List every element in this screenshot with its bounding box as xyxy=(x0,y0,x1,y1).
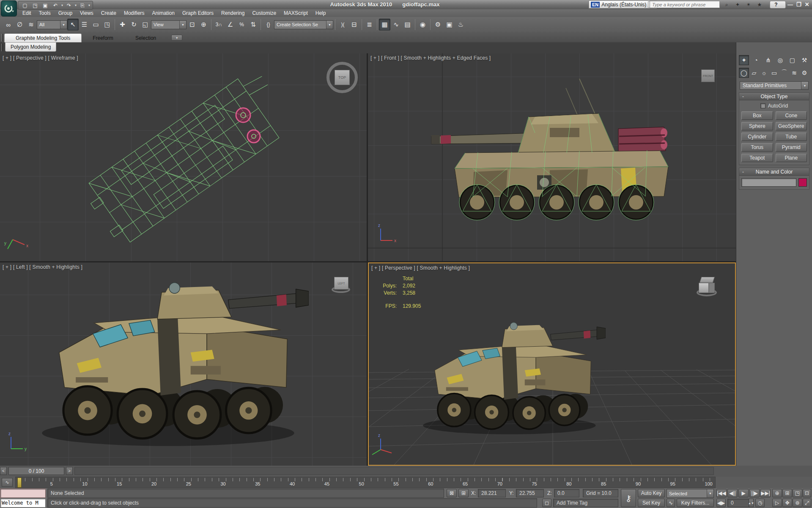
menu-item[interactable]: Views xyxy=(76,10,97,17)
object-type-rollout-header[interactable]: -Object Type xyxy=(739,93,809,100)
object-type-button[interactable]: Plane xyxy=(776,154,807,162)
name-and-color-rollout-header[interactable]: -Name and Color xyxy=(739,168,809,176)
render-setup-icon[interactable]: ⚙ xyxy=(432,19,444,30)
menu-item[interactable]: Group xyxy=(55,10,76,17)
search-icon[interactable]: ⌕ xyxy=(722,1,731,8)
orbit-icon[interactable]: ⊚ xyxy=(793,499,802,507)
infocenter-search-box[interactable] xyxy=(650,1,720,8)
previous-frame-icon[interactable]: ◀|| xyxy=(727,489,738,497)
add-time-tag-field[interactable]: Add Time Tag xyxy=(553,499,618,507)
panel-tab-polygon-modeling[interactable]: Polygon Modeling xyxy=(5,42,56,52)
menu-item[interactable]: Customize xyxy=(248,10,280,17)
default-tangent-icon[interactable]: ∿ xyxy=(667,499,675,507)
select-and-rotate-icon[interactable]: ↻ xyxy=(128,19,140,30)
viewcube-front[interactable]: FRONT xyxy=(699,68,717,86)
ribbon-minimize-button[interactable]: ▼ xyxy=(171,35,182,41)
select-object-icon[interactable]: ↖ xyxy=(67,19,79,30)
object-type-button[interactable]: Tube xyxy=(776,133,807,141)
go-to-start-icon[interactable]: |◀◀ xyxy=(716,489,727,497)
layer-manager-icon[interactable]: ≣ xyxy=(364,19,375,30)
toolbar-grip[interactable] xyxy=(1,34,3,41)
object-name-field[interactable] xyxy=(741,178,796,187)
hierarchy-panel-icon[interactable]: ⋔ xyxy=(763,55,773,65)
menu-item[interactable]: Rendering xyxy=(217,10,248,17)
object-type-button[interactable]: Cone xyxy=(776,111,807,120)
object-type-button[interactable]: Torus xyxy=(741,143,773,152)
field-of-view-icon[interactable]: ▷ xyxy=(772,499,782,507)
subscription-center-icon[interactable]: ✦ xyxy=(733,1,742,8)
frame-range-display[interactable]: 0 / 100 xyxy=(8,467,64,475)
shapes-category-icon[interactable]: ▱ xyxy=(749,68,759,78)
ribbon-grip[interactable] xyxy=(1,44,3,51)
new-file-icon[interactable]: ▢ xyxy=(20,2,30,9)
selection-lock-icon[interactable]: ⊠ xyxy=(447,489,457,497)
time-slider-ruler[interactable]: 0510152025303540455055606570758085909510… xyxy=(15,477,716,488)
language-badge[interactable]: EN xyxy=(591,2,600,8)
object-type-button[interactable]: Cylinder xyxy=(741,133,773,141)
geometry-category-icon[interactable]: ◯ xyxy=(739,68,749,78)
play-icon[interactable]: ▶ xyxy=(738,489,749,497)
spinner-snap-icon[interactable]: ⇅ xyxy=(247,19,259,30)
previous-frame-arrow[interactable]: < xyxy=(0,467,7,475)
open-file-icon[interactable]: ◳ xyxy=(30,2,40,9)
menu-item[interactable]: Help xyxy=(312,10,330,17)
helpers-category-icon[interactable]: ⌒ xyxy=(779,68,789,78)
maxscript-listener-field[interactable]: Welcome to M xyxy=(0,498,46,508)
viewcube-left[interactable]: LEFT xyxy=(331,275,353,297)
viewport-label-bottom-right[interactable]: [ + ] [ Perspective ] [ Smooth + Highlig… xyxy=(371,265,470,271)
material-editor-icon[interactable]: ◉ xyxy=(417,19,428,30)
object-color-swatch[interactable] xyxy=(798,178,807,187)
select-and-manipulate-icon[interactable]: ⊕ xyxy=(198,19,209,30)
rendered-frame-window-icon[interactable]: ▣ xyxy=(444,19,455,30)
viewport-bottom-left[interactable]: zy [ + ] [ Left ] [ Smooth + Highlights … xyxy=(0,262,367,466)
minimize-button[interactable]: — xyxy=(787,1,793,8)
tab-selection[interactable]: Selection xyxy=(124,33,167,42)
search-input[interactable] xyxy=(650,1,719,8)
close-button[interactable]: ✕ xyxy=(805,1,809,8)
mini-curve-editor-icon[interactable]: ∿ xyxy=(2,478,13,487)
menu-item[interactable]: Modifiers xyxy=(120,10,148,17)
object-type-button[interactable]: GeoSphere xyxy=(776,122,807,130)
named-selection-sets-dropdown[interactable]: Create Selection Se▼ xyxy=(274,20,333,29)
maximize-viewport-toggle-icon[interactable]: ⤢ xyxy=(803,499,811,507)
z-coordinate-field[interactable]: 0.0 xyxy=(554,489,579,497)
x-coordinate-field[interactable]: 28.221 xyxy=(478,489,506,497)
viewport-label-top-right[interactable]: [ + ] [ Front ] [ Smooth + Highlights + … xyxy=(370,55,491,61)
go-to-end-icon[interactable]: ▶▶| xyxy=(760,489,771,497)
communication-center-icon[interactable]: ✴ xyxy=(744,1,753,8)
undo-icon[interactable]: ↶ xyxy=(51,2,60,9)
y-coordinate-field[interactable]: 22.755 xyxy=(516,489,544,497)
modify-panel-icon[interactable]: ◔ xyxy=(751,55,761,65)
select-by-name-icon[interactable]: ☰ xyxy=(79,19,90,30)
select-and-link-icon[interactable]: ∞ xyxy=(3,19,14,30)
zoom-all-icon[interactable]: ⊞ xyxy=(782,489,792,497)
key-mode-toggle-icon[interactable]: ◀▶ xyxy=(716,499,726,507)
rectangular-selection-region-icon[interactable]: ▭ xyxy=(90,19,102,30)
language-bar[interactable]: EN Anglais (États-Unis) ▴▾ xyxy=(589,0,657,8)
redo-icon[interactable]: ↷ xyxy=(64,2,74,9)
isolate-selection-icon[interactable]: ◻ xyxy=(542,499,551,507)
graphite-modeling-toggle-icon[interactable]: ▦ xyxy=(379,19,390,30)
use-pivot-point-center-icon[interactable]: ⊡ xyxy=(187,19,198,30)
selection-set-key-dropdown[interactable]: Selected▼ xyxy=(667,489,714,498)
zoom-extents-icon[interactable]: ◳ xyxy=(793,489,802,497)
viewcube-top[interactable]: TOP xyxy=(326,62,358,93)
menu-item[interactable]: Graph Editors xyxy=(178,10,217,17)
unlink-selection-icon[interactable]: ∅ xyxy=(14,19,25,30)
viewport-label-bottom-left[interactable]: [ + ] [ Left ] [ Smooth + Highlights ] xyxy=(3,264,82,270)
viewport-top-left[interactable]: xy [ + ] [ Perspective ] [ Wireframe ] T… xyxy=(0,53,367,261)
frame-spinner[interactable]: ▲▼ xyxy=(749,499,754,507)
set-keys-icon[interactable]: ⚷ xyxy=(621,489,636,507)
menu-item[interactable]: Create xyxy=(97,10,120,17)
object-type-button[interactable]: Sphere xyxy=(741,122,773,130)
application-button[interactable] xyxy=(1,0,17,17)
schematic-view-icon[interactable]: ▤ xyxy=(402,19,413,30)
reference-coordinate-dropdown[interactable]: View▼ xyxy=(151,20,187,29)
percent-snap-icon[interactable]: % xyxy=(236,19,247,30)
bind-to-space-warp-icon[interactable]: ≋ xyxy=(25,19,37,30)
display-panel-icon[interactable]: ▢ xyxy=(787,55,797,65)
snaps-toggle-icon[interactable]: 3∩ xyxy=(213,19,225,30)
zoom-extents-all-icon[interactable]: ⊡ xyxy=(803,489,811,497)
mirror-icon[interactable]: )( xyxy=(337,19,348,30)
viewcube-perspective[interactable] xyxy=(695,276,720,301)
